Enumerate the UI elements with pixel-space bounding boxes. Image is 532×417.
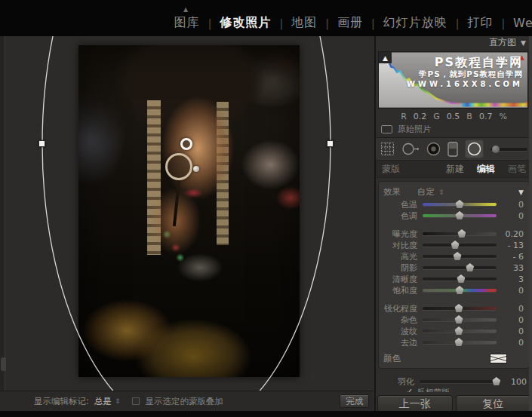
moire-slider[interactable] <box>423 330 497 333</box>
mask-edit-button[interactable]: 编辑 <box>477 163 495 176</box>
temp-slider[interactable] <box>423 203 497 206</box>
feather-slider[interactable] <box>420 380 500 383</box>
rgb-b-value: 0.7 <box>479 112 493 121</box>
slider-value: 0 <box>497 338 524 348</box>
sharpness-slider[interactable] <box>423 307 497 310</box>
slider-value: - 13 <box>497 241 524 250</box>
slider-value: - 6 <box>497 252 524 262</box>
feather-section: 羽化 100 <box>380 376 527 387</box>
slider-knob[interactable] <box>456 286 464 294</box>
original-photo-label: 原始照片 <box>398 124 431 135</box>
previous-button[interactable]: 上一张 <box>377 395 453 412</box>
graduated-filter-icon[interactable] <box>447 142 458 157</box>
slider-label: 波纹 <box>383 326 423 337</box>
module-web[interactable]: Web <box>513 16 532 30</box>
highlight-clipping-indicator[interactable]: ▲ <box>516 52 527 63</box>
module-book[interactable]: 画册 <box>337 15 363 31</box>
slider-label: 色调 <box>383 210 423 222</box>
mask-new-button[interactable]: 新建 <box>446 163 464 176</box>
left-panel-strip[interactable] <box>0 36 5 391</box>
slider-row-tint: 色调 0 <box>383 210 524 221</box>
slider-label: 去边 <box>383 337 423 348</box>
spot-removal-icon[interactable] <box>401 142 420 156</box>
slider-knob[interactable] <box>455 327 463 335</box>
rgb-g-value: 0.5 <box>447 112 460 121</box>
photo-canvas[interactable] <box>78 45 300 377</box>
slider-knob[interactable] <box>451 241 460 249</box>
highlight-clip-icon: ▲ <box>519 54 524 61</box>
dropdown-toggle-icon[interactable]: ⇕ <box>115 397 121 405</box>
top-module-bar: ▲ 图库 | 修改照片 | 地图 | 画册 | 幻灯片放映 | 打印 | Web <box>0 0 532 36</box>
crop-overlay-icon[interactable] <box>380 142 395 156</box>
panel-collapse-arrow-icon[interactable]: ▲ <box>183 6 188 13</box>
photo-nose-ornament <box>193 166 199 172</box>
histogram-header[interactable]: 直方图 ▼ <box>376 36 532 49</box>
slider-knob[interactable] <box>455 338 463 346</box>
slider-value: 0 <box>497 200 524 210</box>
slider-knob[interactable] <box>455 304 463 312</box>
color-swatch[interactable] <box>490 354 507 363</box>
highlights-slider[interactable] <box>423 255 497 258</box>
slider-label: 清晰度 <box>383 274 423 285</box>
clarity-slider[interactable] <box>423 277 497 281</box>
noise-slider[interactable] <box>423 318 497 321</box>
module-print[interactable]: 打印 <box>467 15 493 31</box>
spacer <box>383 221 524 228</box>
slider-knob[interactable] <box>455 315 463 323</box>
tint-slider[interactable] <box>423 214 497 217</box>
module-separator: | <box>371 17 375 29</box>
reset-button[interactable]: 复位 <box>456 395 531 412</box>
slider-label: 曝光度 <box>383 228 423 240</box>
module-library[interactable]: 图库 <box>174 15 200 31</box>
slider-knob[interactable] <box>457 274 465 283</box>
shadows-slider[interactable] <box>423 266 497 269</box>
module-map[interactable]: 地图 <box>291 15 317 31</box>
slider-value: 0 <box>497 211 524 221</box>
slider-value: 100 <box>500 377 527 387</box>
slider-label: 阴影 <box>383 262 423 274</box>
radial-filter-right-handle[interactable] <box>327 140 334 147</box>
show-edit-pins-label: 显示编辑标记: <box>34 396 89 407</box>
slider-knob[interactable] <box>456 211 464 219</box>
lightroom-develop-window: ▲ 图库 | 修改照片 | 地图 | 画册 | 幻灯片放映 | 打印 | Web <box>0 0 532 417</box>
preset-toggle-icon[interactable]: ⇕ <box>438 189 444 196</box>
slider-knob[interactable] <box>456 200 464 208</box>
panel-scrollbar[interactable] <box>529 36 532 411</box>
slider-knob[interactable] <box>454 252 462 260</box>
photo-monocle-lens <box>165 153 192 180</box>
slider-value: 33 <box>497 263 524 273</box>
done-button[interactable]: 完成 <box>340 394 369 408</box>
defringe-slider[interactable] <box>423 341 497 344</box>
mask-overlay-checkbox[interactable] <box>132 397 140 405</box>
mask-actions: 新建 编辑 画笔 <box>446 163 526 176</box>
collapse-triangle-icon[interactable]: ▼ <box>518 189 524 196</box>
brush-slider-knob[interactable] <box>492 146 500 153</box>
slider-label: 高光 <box>383 251 423 262</box>
saturation-slider[interactable] <box>423 289 497 292</box>
exposure-slider[interactable] <box>423 232 497 235</box>
module-develop[interactable]: 修改照片 <box>220 15 272 31</box>
slider-value: 0.20 <box>497 229 524 239</box>
module-slideshow[interactable]: 幻灯片放映 <box>383 15 447 31</box>
radial-filter-left-handle[interactable] <box>38 140 45 147</box>
mask-overlay-label: 显示选定的蒙版叠加 <box>145 396 223 407</box>
adjustment-brush-icon[interactable] <box>490 148 527 151</box>
radial-filter-pin[interactable] <box>180 138 192 150</box>
chevron-down-icon[interactable]: ▼ <box>521 39 526 47</box>
edit-canvas-area <box>6 36 372 391</box>
slider-knob[interactable] <box>457 229 466 238</box>
histogram-box[interactable]: ▲ ▲ PS教程自学网 学PS，就到PS教程自学网 WWW.16XX8.COM <box>378 51 528 109</box>
red-eye-icon[interactable] <box>426 142 441 156</box>
contrast-slider[interactable] <box>423 244 497 247</box>
invert-mask-row[interactable]: ✓ 反相蒙版 <box>376 387 532 392</box>
shadow-clipping-indicator[interactable]: ▲ <box>379 52 392 63</box>
effect-header: 效果 自定 ⇕ ▼ <box>383 186 524 198</box>
show-edit-pins-dropdown[interactable]: 总是 <box>94 396 112 407</box>
mask-brush-button[interactable]: 画笔 <box>508 163 526 176</box>
effect-preset-dropdown[interactable]: 自定 <box>417 186 435 198</box>
slider-row-noise: 杂色 0 <box>383 314 524 325</box>
module-separator: | <box>456 17 460 29</box>
checkmark-icon[interactable]: ✓ <box>406 387 413 392</box>
radial-filter-icon[interactable] <box>465 140 484 158</box>
slider-knob[interactable] <box>466 263 474 271</box>
